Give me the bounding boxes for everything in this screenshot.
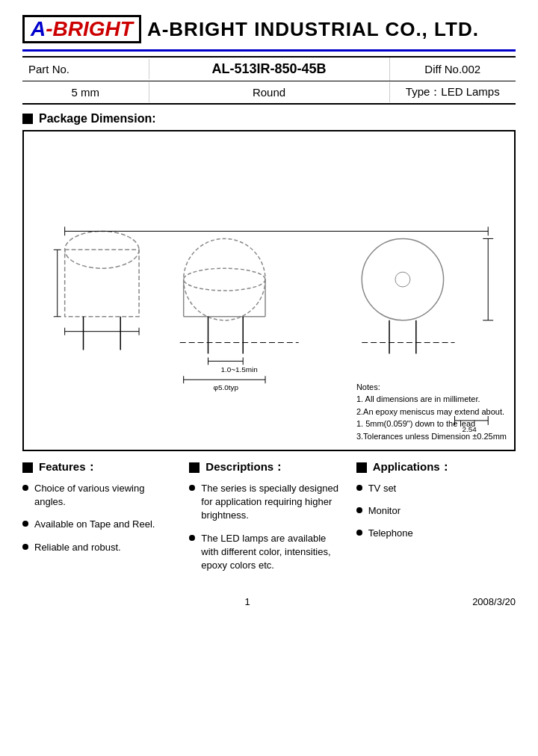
logo-a: A	[31, 17, 46, 40]
logo-bright: -BRIGHT	[46, 17, 133, 40]
diff-no: Diff No.002	[390, 59, 516, 79]
applications-title: Applications：	[356, 460, 508, 474]
header: A-BRIGHT A-BRIGHT INDUSTRIAL CO., LTD.	[22, 15, 516, 43]
notes-line1: 1. All dimensions are in millimeter.	[356, 393, 507, 406]
company-name: A-BRIGHT INDUSTRIAL CO., LTD.	[147, 18, 479, 41]
bullet-icon	[356, 507, 362, 513]
application-text-2: Monitor	[368, 504, 401, 518]
applications-bullet-icon	[356, 462, 367, 473]
part-no-label: Part No.	[22, 59, 149, 79]
description-text-1: The series is specially designed for app…	[201, 482, 341, 523]
part-row-1: Part No. AL-513IR-850-45B Diff No.002	[22, 58, 516, 81]
footer-date: 2008/3/20	[472, 596, 516, 607]
header-divider	[22, 49, 516, 52]
svg-point-10	[184, 238, 265, 320]
feature-text-2: Available on Tape and Reel.	[34, 518, 155, 531]
list-item: TV set	[356, 482, 508, 495]
description-text-2: The LED lamps are available with differe…	[201, 532, 341, 573]
part-row-2: 5 mm Round Type：LED Lamps	[22, 81, 516, 103]
list-item: The series is specially designed for app…	[189, 482, 341, 523]
descriptions-list: The series is specially designed for app…	[189, 482, 341, 572]
svg-point-26	[362, 238, 443, 320]
features-col: Features： Choice of various viewing angl…	[22, 460, 182, 581]
svg-point-11	[184, 268, 265, 291]
list-item: The LED lamps are available with differe…	[189, 532, 341, 573]
notes-line4: 3.Tolerances unless Dimension ±0.25mm	[356, 430, 507, 443]
descriptions-bullet-icon	[189, 462, 200, 473]
logo-box: A-BRIGHT	[22, 15, 141, 43]
package-section-title: Package Dimension:	[22, 112, 516, 126]
svg-rect-0	[65, 250, 139, 316]
page-number: 1	[244, 596, 250, 607]
diagram-box: 1.0~1.5min φ5.0typ 2.54 Notes: 1. All di…	[22, 130, 516, 451]
bullet-icon	[22, 485, 28, 491]
part-info-table: Part No. AL-513IR-850-45B Diff No.002 5 …	[22, 56, 516, 105]
features-title-text: Features：	[39, 460, 97, 474]
part-no-value: AL-513IR-850-45B	[149, 58, 390, 81]
list-item: Monitor	[356, 504, 508, 518]
application-text-1: TV set	[368, 482, 397, 495]
notes-title: Notes:	[356, 381, 507, 394]
features-list: Choice of various viewing angles. Availa…	[22, 482, 174, 554]
svg-point-27	[395, 272, 410, 287]
feature-text-3: Reliable and robust.	[34, 541, 121, 554]
diagram-notes: Notes: 1. All dimensions are in millimet…	[356, 381, 507, 443]
feature-text-1: Choice of various viewing angles.	[34, 482, 174, 509]
features-title: Features：	[22, 460, 174, 474]
list-item: Reliable and robust.	[22, 541, 174, 554]
svg-text:1.0~1.5min: 1.0~1.5min	[220, 365, 257, 374]
bullet-icon	[22, 544, 28, 550]
footer: 1 2008/3/20	[22, 596, 516, 607]
type-cell: Type：LED Lamps	[390, 81, 516, 103]
applications-col: Applications： TV set Monitor Telephone	[349, 460, 516, 581]
notes-line3: 1. 5mm(0.059") down to the lead	[356, 418, 507, 430]
descriptions-col: Descriptions： The series is specially de…	[182, 460, 348, 581]
bullet-icon	[356, 530, 362, 536]
applications-title-text: Applications：	[373, 460, 451, 474]
bullet-icon	[189, 485, 195, 491]
bullet-icon	[356, 485, 362, 491]
svg-text:φ5.0typ: φ5.0typ	[213, 383, 238, 391]
bottom-section: Features： Choice of various viewing angl…	[22, 460, 516, 581]
bullet-icon	[189, 535, 195, 541]
size-cell: 5 mm	[22, 82, 149, 102]
bullet-icon	[22, 521, 28, 527]
list-item: Available on Tape and Reel.	[22, 518, 174, 531]
shape-cell: Round	[149, 82, 390, 102]
list-item: Telephone	[356, 527, 508, 540]
application-text-3: Telephone	[368, 527, 413, 540]
descriptions-title: Descriptions：	[189, 460, 341, 474]
package-title-text: Package Dimension:	[39, 112, 156, 126]
descriptions-title-text: Descriptions：	[205, 460, 285, 474]
notes-line2: 2.An epoxy meniscus may extend about.	[356, 406, 507, 418]
list-item: Choice of various viewing angles.	[22, 482, 174, 509]
features-bullet-icon	[22, 462, 33, 473]
section-bullet-icon	[22, 114, 33, 124]
applications-list: TV set Monitor Telephone	[356, 482, 508, 541]
